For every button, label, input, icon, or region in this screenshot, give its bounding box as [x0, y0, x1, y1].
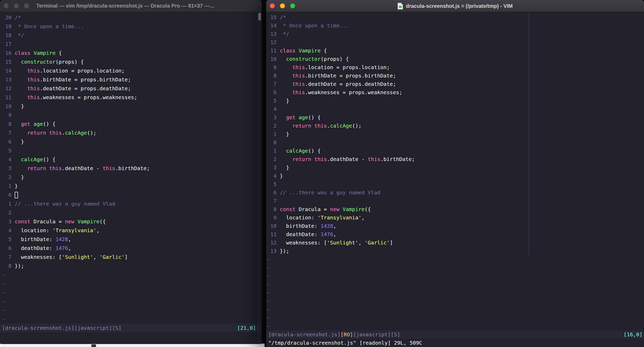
- minimize-button[interactable]: [14, 3, 19, 8]
- code-line[interactable]: 6// ...there was a guy named Vlad: [267, 188, 644, 197]
- code-line[interactable]: 13});: [267, 247, 644, 255]
- token: this: [49, 130, 62, 136]
- zoom-button[interactable]: [290, 3, 295, 8]
- token: this: [27, 68, 40, 74]
- code-line[interactable]: 18 */: [2, 31, 262, 40]
- macvim-titlebar[interactable]: dracula-screenshot.js = (/private/tmp) -…: [266, 0, 644, 12]
- code-line[interactable]: 4 location: 'Transylvania',: [2, 226, 262, 235]
- code-line[interactable]: 6 deathDate: 1476,: [2, 244, 262, 253]
- code-line[interactable]: 19 * Once upon a time...: [2, 22, 262, 31]
- code-line[interactable]: 14 * Once upon a time...: [267, 21, 644, 30]
- code-text: calcAge() {: [15, 156, 56, 163]
- code-line[interactable]: 9 location: 'Transylvania',: [267, 213, 644, 222]
- code-line[interactable]: 7: [267, 197, 644, 205]
- token: 1476: [321, 231, 333, 237]
- code-text: this.deathDate = props.deathDate;: [15, 85, 131, 92]
- code-line[interactable]: 14 this.location = props.location;: [2, 66, 262, 75]
- token: 1476: [56, 245, 68, 251]
- token: age: [299, 114, 308, 121]
- token: }: [280, 173, 283, 179]
- code-line[interactable]: 7 return this.calcAge();: [2, 128, 262, 137]
- code-line[interactable]: 6 this.weaknesses = props.weaknesses;: [267, 88, 644, 97]
- code-line[interactable]: 10 birthDate: 1428,: [267, 222, 644, 230]
- code-line[interactable]: 4: [267, 105, 644, 113]
- close-button[interactable]: [270, 3, 275, 8]
- code-line[interactable]: 1 }: [267, 130, 644, 138]
- line-number: 6: [267, 188, 277, 197]
- window-title: Terminal — vim /tmp/dracula-screenshot.j…: [36, 3, 215, 9]
- code-line[interactable]: 2: [2, 208, 262, 217]
- code-line[interactable]: 11class Vampire {: [267, 46, 644, 55]
- code-line[interactable]: 13 this.birthDate = props.birthDate;: [2, 75, 262, 84]
- code-line[interactable]: 20/*: [2, 13, 262, 22]
- scrollbar-track[interactable]: [258, 12, 262, 344]
- code-line[interactable]: 0: [2, 190, 262, 199]
- statusline-file-info: [dracula-screenshot.js][javascript][S]: [2, 324, 122, 332]
- code-line[interactable]: 10 }: [2, 102, 262, 111]
- code-line[interactable]: 12: [267, 38, 644, 46]
- code-line[interactable]: 12 this.deathDate = props.deathDate;: [2, 84, 262, 93]
- minimize-button[interactable]: [280, 3, 285, 8]
- titlebar-center: dracula-screenshot.js = (/private/tmp) -…: [266, 0, 644, 12]
- code-line[interactable]: 11 this.weaknesses = props.weaknesses;: [2, 93, 262, 102]
- code-line[interactable]: 5 birthDate: 1428,: [2, 235, 262, 244]
- code-text: return this.deathDate - this.birthDate;: [15, 165, 150, 171]
- code-line[interactable]: 4}: [267, 172, 644, 180]
- code-line[interactable]: 16class Vampire {: [2, 49, 262, 57]
- token: this: [314, 156, 327, 162]
- code-line[interactable]: 1}: [2, 182, 262, 190]
- code-line[interactable]: 7 weaknesses: ['Sunlight', 'Garlic']: [2, 253, 262, 261]
- code-line[interactable]: 2 return this.calcAge();: [267, 122, 644, 130]
- token: age: [33, 121, 43, 127]
- code-line[interactable]: 11 deathDate: 1476,: [267, 230, 644, 238]
- line-number: 3: [267, 163, 277, 172]
- line-number: 12: [267, 38, 277, 46]
- zoom-button[interactable]: [24, 3, 29, 8]
- code-line[interactable]: 8const Dracula = new Vampire({: [267, 205, 644, 213]
- color-column-line: [529, 13, 529, 255]
- code-line[interactable]: 5 }: [267, 97, 644, 105]
- code-line[interactable]: 6 }: [2, 137, 262, 146]
- token: this: [368, 156, 380, 162]
- code-line[interactable]: 9 this.location = props.location;: [267, 63, 644, 71]
- token: new: [330, 206, 339, 212]
- code-line[interactable]: 7 this.deathDate = props.deathDate;: [267, 80, 644, 88]
- code-line[interactable]: 12 weaknesses: ['Sunlight', 'Garlic']: [267, 238, 644, 247]
- code-text: location: 'Transylvania',: [280, 214, 365, 221]
- code-line[interactable]: 9: [2, 111, 262, 119]
- code-line[interactable]: 3 get age() {: [267, 113, 644, 122]
- code-line[interactable]: 17: [2, 40, 262, 49]
- code-line[interactable]: 1 calcAge() {: [267, 147, 644, 155]
- code-line[interactable]: 8});: [2, 261, 262, 270]
- token: this: [27, 76, 40, 83]
- token: birthDate:: [15, 236, 56, 242]
- code-line[interactable]: 13 */: [267, 30, 644, 38]
- code-line[interactable]: 4 calcAge() {: [2, 155, 262, 164]
- code-line[interactable]: 8 this.birthDate = props.birthDate;: [267, 71, 644, 80]
- line-number: 1: [2, 182, 11, 190]
- token: 1428: [56, 236, 68, 242]
- terminal-titlebar[interactable]: Terminal — vim /tmp/dracula-screenshot.j…: [0, 0, 262, 12]
- code-line[interactable]: 1// ...there was a guy named Vlad: [2, 199, 262, 208]
- code-text: this.location = props.location;: [15, 68, 124, 74]
- code-line[interactable]: 3 }: [267, 163, 644, 172]
- token: // ...there was a guy named Vlad: [280, 189, 380, 196]
- code-line[interactable]: 3 return this.deathDate - this.birthDate…: [2, 164, 262, 173]
- code-line[interactable]: 5: [267, 180, 644, 188]
- code-text: // ...there was a guy named Vlad: [280, 189, 380, 196]
- line-number: 6: [2, 137, 11, 146]
- code-line[interactable]: 3const Dracula = new Vampire({: [2, 217, 262, 226]
- code-line[interactable]: 15 constructor(props) {: [2, 57, 262, 66]
- scrollbar-thumb[interactable]: [258, 13, 261, 21]
- code-line[interactable]: 5: [2, 146, 262, 155]
- tilde-line: ~: [267, 272, 644, 280]
- code-line[interactable]: 2 }: [2, 173, 262, 182]
- close-button[interactable]: [4, 3, 9, 8]
- code-line[interactable]: 15/*: [267, 13, 644, 21]
- token: deathDate:: [280, 231, 321, 237]
- code-line[interactable]: 8 get age() {: [2, 119, 262, 128]
- line-number: 9: [267, 63, 277, 71]
- code-line[interactable]: 0: [267, 138, 644, 147]
- code-line[interactable]: 2 return this.deathDate - this.birthDate…: [267, 155, 644, 163]
- code-line[interactable]: 10 constructor(props) {: [267, 55, 644, 63]
